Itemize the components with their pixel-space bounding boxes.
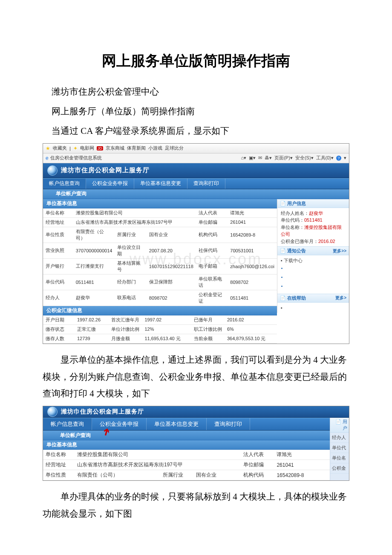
submenu-account-query[interactable]: 单位帐户查询 [56,190,86,197]
panel-notice-hdr: 📄 通知公告 更多>> [277,246,349,255]
page-title: 网上服务单位版简明操作指南 [43,51,349,71]
download-link[interactable]: 下载中心 [284,258,303,263]
panel-userinfo-hdr: 📄 用户 [330,418,349,433]
fav-link-1[interactable]: 京东商城 [106,145,124,151]
screenshot-1: ★ 收藏夹 | ✦ 电影网 JD 京东商城 体育新闻 小游戏 足球比分 e 住房… [43,143,349,344]
para-hover: 单办理具体的业务的时候，只要将鼠标放到 4 大模块上，具体的模块业务功能就会显示… [43,489,349,523]
tool-tools[interactable]: 工具(0)▾ [316,155,334,161]
side-panel-cut: 📄 用户 经办人 单位代 单位名 公积金 [330,418,349,480]
para-modules: 显示单位的基本操作信息，通过上述界面，我们可以看到是分为 4 大业务模块，分别为… [43,352,349,403]
app-banner: 潍坊市住房公积金网上服务厅 [43,163,349,178]
fav-link-3[interactable]: 小游戏 [148,145,162,151]
section-basic-info: 单位基本信息 [43,440,330,450]
tool-security[interactable]: 安全(S)▾ [295,155,314,161]
main-menu: 帐户信息查询 公积金业务申报 单位基本信息变更 查询和打印 [43,418,330,431]
fav-link-2[interactable]: 体育新闻 [127,145,146,151]
sub-menu: 单位帐户查询 [43,189,349,199]
fav-link-4[interactable]: 足球比分 [165,145,184,151]
rss-icon[interactable]: ▣▾ [249,155,256,161]
side-panels: 📄 用户信息 经办人姓名：赵俊华 单位代码：0511481 单位名称：潍柴控股集… [277,199,349,313]
table-row: 单位性质有限责任（公司）所属行业国有企业机构代码16542089-8 [43,470,330,480]
table-row: 单位代码0511481经办部门保卫保障部单位联系电话8098702 [43,274,277,290]
table-row: 单位名称潍柴控股集团有限公司法人代表谭旭光 [43,208,277,218]
menu-biz-apply[interactable]: 公积金业务申报 [92,418,147,430]
menu-account-query[interactable]: 帐户信息查询 [43,179,86,189]
screenshot-2: 潍坊巾住房公积金网上服务厅 帐户信息查询 公积金业务申报 单位基本信息变更 查询… [43,406,349,481]
app-logo-icon [47,407,58,417]
fav-link-0[interactable]: 电影网 [80,145,94,151]
app-logo-icon [47,165,58,176]
favorites-label: 收藏夹 [53,145,67,151]
basic-info-table: 单位名称潍柴控股集团有限公司法人代表谭旭光 经营地址山东省潍坊市高新技术开发区福… [43,208,277,306]
table-row: 经营地址山东省潍坊市高新技术开发区福寿东街197号甲单位邮编261041 [43,460,330,470]
basic-info-table: 单位名称潍柴控股集团有限公司法人代表谭旭光 经营地址山东省潍坊市高新技术开发区福… [43,450,330,480]
menu-info-change[interactable]: 单位基本信息变更 [147,418,207,430]
table-row: 开户日期1997.02.26首次汇缴年月1997.02已缴年月2016.02 [43,315,277,325]
menu-biz-apply[interactable]: 公积金业务申报 [86,179,134,189]
side-line: 单位名 [330,453,349,463]
menu-account-query[interactable]: 帐户信息查询 [43,418,92,430]
ie-favorites-bar: ★ 收藏夹 | ✦ 电影网 JD 京东商城 体育新闻 小游戏 足球比分 [43,144,349,153]
main-menu: 帐户信息查询 公积金业务申报 单位基本信息变更 查询和打印 [43,178,349,189]
more-link[interactable]: 更多> [335,295,346,301]
app-banner-text: 潍坊市住房公积金网上服务厅 [61,166,150,174]
panel-notice-body: ▪ 下载中心 [277,255,349,294]
ie-tool-buttons: ⌂▾ ▣▾ ✉ 🖶▾ 页面(P)▾ 安全(S)▾ 工具(0)▾ ?▾ [241,155,346,161]
star-icon: ★ [46,145,50,151]
app-banner-text: 潍坊巾住房公积金网上服务厅 [61,408,144,416]
ie-tab-bar: e 住房公积金管理信息系统 ⌂▾ ▣▾ ✉ 🖶▾ 页面(P)▾ 安全(S)▾ 工… [43,153,349,163]
fav-sep: | [69,146,71,151]
home-icon[interactable]: ⌂▾ [241,155,247,161]
panel-help-hdr: 📄 在线帮助 更多> [277,294,349,303]
folder-icon: 📄 用户信息 [280,200,306,207]
more-link[interactable]: 更多>> [333,248,346,254]
help-icon[interactable]: ? [336,156,341,161]
ie-icon: e [46,155,49,161]
table-row: 缴存人数12739月缴金额11,695,613.40 元当前余额364,879,… [43,334,277,343]
section-basic-info: 单位基本信息 [43,199,277,208]
app-banner: 潍坊巾住房公积金网上服务厅 [43,406,349,418]
table-row: 单位名称潍柴控股集团有限公司法人代表谭旭光 [43,450,330,460]
side-line: 经办人 [330,433,349,443]
table-row: 开户银行工行潍柴支行基本结算账号16070151290221118电子邮箱zha… [43,258,277,274]
menu-query-print[interactable]: 查询和打印 [207,418,250,430]
mail-icon[interactable]: ✉ [258,155,262,161]
panel-userinfo-hdr: 📄 用户信息 [277,199,349,208]
jd-icon: JD [97,146,103,150]
table-row: 缴存状态正常汇缴单位计缴比例12%职工计缴比例6% [43,324,277,334]
para-intro: 当通过 CA 客户端登录系统界面后，显示如下 [43,123,349,140]
panel-help-body: ▪ [277,303,349,313]
tool-page[interactable]: 页面(P)▾ [274,155,293,161]
browser-tab-title[interactable]: 住房公积金管理信息系统 [50,155,102,161]
menu-info-change[interactable]: 单位基本信息变更 [134,179,187,189]
sub-menu: ➔ 单位帐户查询 [43,431,330,440]
section-fund-info: 公积金汇缴信息 [43,306,277,315]
star-icon: ✦ [73,145,78,151]
para-subtitle: 网上服务厅（单位版）简明操作指南 [43,103,349,120]
panel-userinfo-body: 经办人姓名：赵俊华 单位代码：0511481 单位名称：潍柴控股集团有限公司 公… [277,208,349,247]
para-org: 潍坊市住房公积金管理中心 [43,84,349,101]
side-line: 公积金 [330,463,349,474]
print-icon[interactable]: 🖶▾ [265,155,272,161]
table-row: 单位性质有限责任（公司）所属行业国有企业机构代码16542089-8 [43,227,277,243]
menu-query-print[interactable]: 查询和打印 [187,179,225,189]
fund-info-table: 开户日期1997.02.26首次汇缴年月1997.02已缴年月2016.02 缴… [43,315,277,344]
table-row: 营业执照37070000000014单位设立日期2007.08.20社保代码70… [43,243,277,258]
table-row: 经营地址山东省潍坊市高新技术开发区福寿东街197号甲单位邮编261041 [43,217,277,227]
side-line: 单位代 [330,443,349,453]
help-icon: 📄 在线帮助 [280,295,306,301]
table-row: 经办人赵俊华联系电话8098702公积金登记证0511481 [43,290,277,306]
submenu-account-query[interactable]: 单位帐户查询 [60,432,91,439]
notice-icon: 📄 通知公告 [280,248,306,254]
